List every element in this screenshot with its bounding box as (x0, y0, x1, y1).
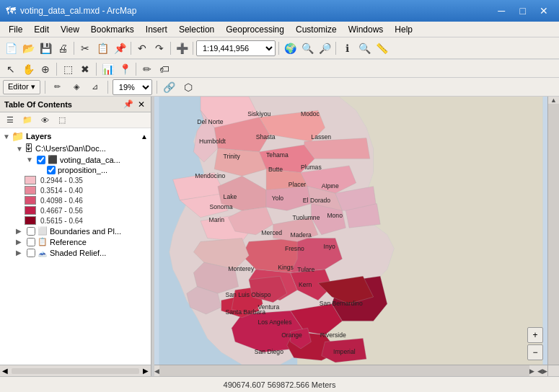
layers-root-item[interactable]: ▼ 📁 Layers ▲ (3, 130, 148, 143)
legend-item: 0.4667 - 0.56 (3, 205, 148, 215)
boundaries-layer-item[interactable]: ▶ ⬜ Boundaries and Pl... (3, 226, 148, 236)
toc-toolbar: ☰ 📁 👁 ⬚ (0, 112, 151, 128)
pan-button[interactable]: ✋ (20, 61, 36, 77)
paste-button[interactable]: 📌 (112, 40, 128, 56)
zoom-percent-dropdown[interactable]: 19% (113, 79, 152, 95)
shaded-relief-item[interactable]: ▶ 🗻 Shaded Relief... (3, 247, 148, 258)
feature-layer-icon: ⬛ (48, 155, 58, 164)
table-of-contents-panel: Table Of Contents 📌 ✕ ☰ 📁 👁 ⬚ ▼ 📁 Layers… (0, 97, 151, 376)
legend-swatch (25, 186, 36, 195)
copy-button[interactable]: 📋 (94, 40, 110, 56)
map-pan-right-btn[interactable]: ▶ (542, 365, 547, 376)
toc-scroll-up[interactable]: ▲ (141, 133, 148, 141)
clear-selection-button[interactable]: ✖ (77, 61, 93, 77)
menu-geoprocessing[interactable]: Geoprocessing (220, 23, 290, 36)
close-button[interactable]: ✕ (534, 4, 553, 18)
topology-button[interactable]: ⬡ (180, 79, 196, 95)
map-zoom-out-nav[interactable]: − (527, 344, 543, 360)
measure-button[interactable]: 📏 (374, 40, 389, 56)
maximize-button[interactable]: □ (514, 4, 532, 18)
county-lassen (304, 138, 370, 159)
attributes-button[interactable]: 📊 (100, 61, 115, 77)
menu-bookmarks[interactable]: Bookmarks (85, 23, 140, 36)
list-by-source[interactable]: 📁 (19, 112, 35, 128)
menu-edit[interactable]: Edit (28, 23, 55, 36)
voting-data-layer-item[interactable]: ▼ ⬛ voting_data_ca... (3, 154, 148, 165)
window-title: voting_data_cal.mxd - ArcMap (20, 6, 136, 16)
map-nav-buttons: + − (527, 327, 543, 360)
file-path-item[interactable]: ▼ 🗄 C:\Users\Dan\Doc... (3, 143, 148, 154)
snapping-button[interactable]: 🔗 (162, 79, 177, 95)
proposition-layer-checkbox[interactable] (47, 166, 56, 174)
boundaries-expand-icon[interactable]: ▶ (16, 227, 25, 235)
map-area[interactable]: Del Norte Siskiyou Modoc Humboldt Shasta… (154, 97, 559, 376)
annotation-button[interactable]: 🏷 (157, 61, 172, 77)
zoom-in-button[interactable]: 🔍 (299, 40, 315, 56)
print-button[interactable]: 🖨 (55, 40, 71, 56)
minimize-button[interactable]: ─ (492, 4, 511, 18)
app-icon: 🗺 (6, 5, 16, 17)
reference-checkbox[interactable] (27, 238, 35, 246)
list-by-drawing-order[interactable]: ☰ (2, 112, 18, 128)
full-extent-button[interactable]: 🌍 (282, 40, 298, 56)
layers-label: Layers (26, 132, 51, 141)
identify-button[interactable]: ℹ (339, 40, 355, 56)
map-vscroll-track[interactable] (548, 104, 559, 369)
map-scroll-right-btn[interactable]: ▶ (529, 365, 534, 376)
map-zoom-in-nav[interactable]: + (527, 327, 543, 343)
shaded-checkbox[interactable] (27, 249, 35, 257)
edit-vertices-button[interactable]: ◈ (69, 79, 84, 95)
toc-hscroll-track (12, 368, 139, 374)
save-button[interactable]: 💾 (38, 40, 53, 56)
zoom-map-button[interactable]: ⊕ (38, 61, 53, 77)
toolbar-sep-2 (131, 42, 131, 55)
list-by-selection[interactable]: ⬚ (54, 112, 70, 128)
edit-sketch-button[interactable]: ✏ (50, 79, 66, 95)
map-hscroll-track[interactable] (159, 365, 529, 376)
menu-selection[interactable]: Selection (173, 23, 220, 36)
menu-customize[interactable]: Customize (290, 23, 343, 36)
file-expand-icon[interactable]: ▼ (16, 145, 25, 153)
boundaries-label: Boundaries and Pl... (50, 227, 121, 236)
toc-scroll-left[interactable]: ◀ (0, 367, 10, 375)
proposition-sublayer-item[interactable]: ▶ proposition_... (3, 165, 148, 175)
toc-close-button[interactable]: ✕ (136, 99, 146, 110)
list-by-visibility[interactable]: 👁 (37, 112, 53, 128)
toc-dock-button[interactable]: 📌 (122, 99, 135, 109)
edit-reshape-button[interactable]: ⊿ (87, 79, 103, 95)
reference-expand-icon[interactable]: ▶ (16, 238, 25, 246)
map-scroll-left-btn[interactable]: ◀ (154, 365, 159, 376)
redo-button[interactable]: ↷ (151, 40, 167, 56)
legend-label: 0.4667 - 0.56 (40, 207, 83, 215)
scale-dropdown[interactable]: 1:19,441,956 (196, 40, 276, 56)
add-data-button[interactable]: ➕ (174, 40, 190, 56)
editor-dropdown-button[interactable]: Editor ▾ (3, 80, 40, 94)
editor-sep (45, 81, 45, 94)
coordinates-display: 490674.607 569872.566 Meters (224, 380, 336, 389)
voting-layer-checkbox[interactable] (37, 156, 45, 164)
zoom-out-button[interactable]: 🔎 (317, 40, 333, 56)
toc-scroll-right[interactable]: ▶ (141, 367, 151, 375)
shaded-expand-icon[interactable]: ▶ (16, 249, 25, 257)
open-button[interactable]: 📂 (20, 40, 36, 56)
map-scroll-up-btn[interactable]: ▲ (548, 97, 559, 104)
select-features-button[interactable]: ⬚ (60, 61, 76, 77)
geocode-button[interactable]: 📍 (117, 61, 133, 77)
find-button[interactable]: 🔍 (356, 40, 372, 56)
menu-view[interactable]: View (55, 23, 85, 36)
layers-expand-icon[interactable]: ▼ (3, 133, 12, 141)
menu-insert[interactable]: Insert (140, 23, 173, 36)
new-map-button[interactable]: 📄 (3, 40, 19, 56)
sketch-tool[interactable]: ✏ (139, 61, 155, 77)
menu-windows[interactable]: Windows (343, 23, 389, 36)
menu-help[interactable]: Help (389, 23, 418, 36)
select-elements-button[interactable]: ↖ (3, 61, 19, 77)
cut-button[interactable]: ✂ (77, 40, 93, 56)
reference-layer-item[interactable]: ▶ 📋 Reference (3, 236, 148, 247)
layers-group: ▼ 📁 Layers ▲ ▼ 🗄 C:\Users\Dan\Doc... ▼ ⬛ (0, 128, 151, 259)
map-pan-left-btn[interactable]: ◀ (537, 365, 542, 376)
menu-file[interactable]: File (3, 23, 28, 36)
voting-expand-icon[interactable]: ▼ (26, 156, 35, 164)
undo-button[interactable]: ↶ (134, 40, 150, 56)
boundaries-checkbox[interactable] (27, 227, 35, 236)
